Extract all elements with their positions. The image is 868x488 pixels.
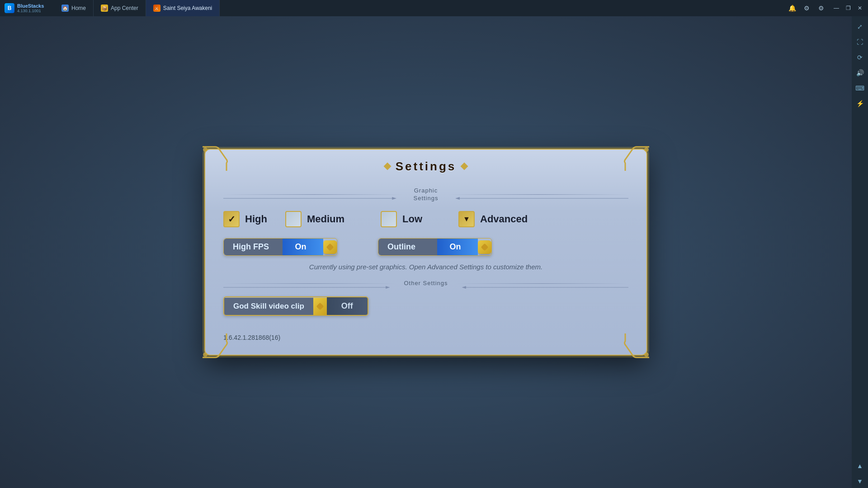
- main-area: Settings Graphic Settings: [0, 16, 852, 488]
- toggle-container-godskill: God Skill video clip Off: [223, 296, 368, 316]
- title-diamond-right: [461, 163, 468, 170]
- gear-button[interactable]: ⚙: [815, 2, 827, 14]
- option-advanced-label: Advanced: [480, 213, 528, 225]
- other-section-line-right: [455, 283, 628, 284]
- dialog-header: Settings: [205, 150, 646, 178]
- dialog-body: Graphic Settings ✓ H: [205, 178, 646, 355]
- home-tab-icon: 🏠: [61, 5, 69, 12]
- toggle-knob-inner-highfps: [326, 243, 334, 251]
- section-line-left: [223, 194, 403, 195]
- toggle-knob-outline[interactable]: [478, 240, 491, 254]
- toggle-container-highfps: High FPS On: [223, 238, 337, 256]
- god-skill-row: God Skill video clip Off: [223, 296, 628, 316]
- toggle-switch-highfps[interactable]: On: [283, 239, 323, 255]
- toggle-row-graphic: High FPS On Outline On: [223, 238, 628, 256]
- other-section-line-left: [223, 283, 396, 284]
- minimize-button[interactable]: —: [831, 3, 842, 14]
- tab-game-label: Saint Seiya Awakeni: [163, 5, 212, 11]
- sidebar-scroll-up[interactable]: ▲: [853, 459, 867, 473]
- settings-icon-button[interactable]: ⚙: [800, 2, 813, 14]
- brand-icon: B: [5, 3, 14, 13]
- option-low-label: Low: [402, 213, 422, 225]
- taskbar: B BlueStacks 4.130.1.1001 🏠 Home 📦 App C…: [0, 0, 868, 16]
- brand: B BlueStacks 4.130.1.1001: [0, 3, 54, 13]
- option-high-label: High: [245, 213, 267, 225]
- sidebar-scroll-down[interactable]: ▼: [853, 474, 867, 488]
- sidebar-orient-btn[interactable]: ⟳: [853, 51, 867, 64]
- svg-point-2: [203, 352, 208, 357]
- section-line-right: [448, 194, 628, 195]
- brand-text: BlueStacks 4.130.1.1001: [17, 3, 44, 13]
- tab-appcenter-label: App Center: [111, 5, 138, 11]
- toggle-knob-highfps[interactable]: [323, 240, 337, 254]
- tab-game[interactable]: ⚔ Saint Seiya Awakeni: [146, 0, 220, 16]
- toggle-switch-outline[interactable]: On: [437, 239, 478, 255]
- sidebar-keyboard-btn[interactable]: ⌨: [853, 81, 867, 95]
- info-text: Currently using pre-set graphics. Open A…: [223, 263, 628, 271]
- taskbar-tabs: 🏠 Home 📦 App Center ⚔ Saint Seiya Awaken…: [54, 0, 782, 16]
- brand-name: BlueStacks: [17, 3, 44, 9]
- dialog-title: Settings: [214, 160, 637, 174]
- toggle-knob-inner-godskill: [316, 302, 324, 310]
- sidebar-volume-btn[interactable]: 🔊: [853, 66, 867, 80]
- toggle-group-highfps: High FPS On: [223, 238, 337, 256]
- corner-tr: [623, 146, 650, 173]
- toggle-label-outline: Outline: [378, 239, 437, 255]
- window-controls: — ❐ ✕: [831, 3, 868, 14]
- option-advanced[interactable]: ▼ Advanced: [458, 211, 528, 227]
- close-button[interactable]: ✕: [854, 3, 865, 14]
- graphic-section-label: Graphic Settings: [408, 187, 444, 202]
- toggle-knob-inner-outline: [481, 243, 489, 251]
- toggle-label-highfps: High FPS: [224, 239, 283, 255]
- taskbar-controls: 🔔 ⚙ ⚙: [782, 2, 831, 14]
- toggle-group-outline: Outline On: [378, 238, 492, 256]
- checkmark-high: ✓: [228, 214, 236, 225]
- dialog-overlay: Settings Graphic Settings: [0, 16, 852, 488]
- settings-dialog: Settings Graphic Settings: [204, 149, 647, 356]
- sidebar-fullscreen-btn[interactable]: ⛶: [853, 35, 867, 49]
- other-section-label: Other Settings: [401, 280, 451, 287]
- option-high[interactable]: ✓ High: [223, 211, 267, 227]
- checkbox-low[interactable]: [381, 211, 397, 227]
- game-tab-icon: ⚔: [153, 5, 160, 12]
- maximize-button[interactable]: ❐: [843, 3, 854, 14]
- corner-bl: [202, 331, 229, 358]
- tab-home[interactable]: 🏠 Home: [54, 0, 94, 16]
- tab-home-label: Home: [71, 5, 86, 11]
- toggle-knob-godskill[interactable]: [313, 298, 327, 315]
- title-diamond-left: [383, 163, 391, 170]
- sidebar-right: ⤢ ⛶ ⟳ 🔊 ⌨ ⚡ ▲ ▼: [852, 16, 868, 488]
- checkbox-medium[interactable]: [285, 211, 302, 227]
- appcenter-tab-icon: 📦: [101, 5, 108, 12]
- brand-version: 4.130.1.1001: [17, 9, 44, 13]
- notification-button[interactable]: 🔔: [786, 2, 798, 14]
- svg-marker-5: [392, 197, 396, 200]
- toggle-label-godskill: God Skill video clip: [224, 298, 313, 315]
- option-medium[interactable]: Medium: [285, 211, 344, 227]
- version-text: 1.6.42.1.281868(16): [223, 334, 628, 341]
- other-section-header: Other Settings: [223, 280, 628, 287]
- svg-point-1: [644, 147, 649, 152]
- dialog-title-text: Settings: [396, 160, 457, 174]
- svg-point-3: [644, 352, 649, 357]
- graphic-options: ✓ High Medium Low: [223, 211, 628, 227]
- toggle-switch-godskill[interactable]: Off: [327, 297, 368, 315]
- corner-tl: [202, 146, 229, 173]
- toggle-container-outline: Outline On: [378, 238, 492, 256]
- checkbox-high[interactable]: ✓: [223, 211, 240, 227]
- advanced-checkbox[interactable]: ▼: [458, 211, 475, 227]
- graphic-section-header: Graphic Settings: [223, 187, 628, 202]
- sidebar-macro-btn[interactable]: ⚡: [853, 97, 867, 110]
- option-medium-label: Medium: [307, 213, 344, 225]
- chevron-down-icon: ▼: [463, 215, 470, 223]
- svg-marker-9: [386, 286, 390, 289]
- corner-br: [623, 331, 650, 358]
- tab-appcenter[interactable]: 📦 App Center: [94, 0, 146, 16]
- option-low[interactable]: Low: [381, 211, 422, 227]
- sidebar-resize-btn[interactable]: ⤢: [853, 20, 867, 33]
- other-section: Other Settings God Skill video clip: [223, 280, 628, 316]
